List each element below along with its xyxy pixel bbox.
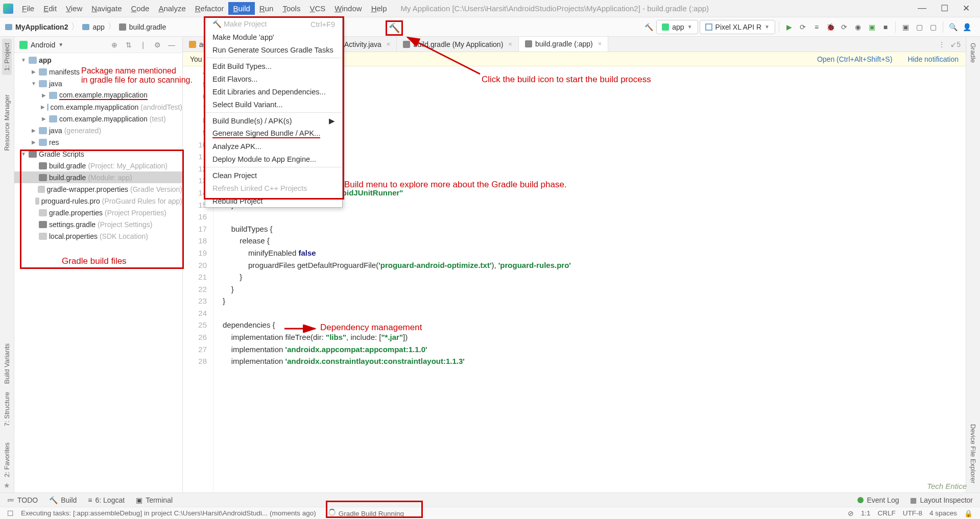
apply-changes-icon[interactable]: ⟳ <box>797 21 809 33</box>
tree-node[interactable]: ▼Gradle Scripts <box>14 148 182 160</box>
divider-icon[interactable]: | <box>137 39 149 51</box>
gear-icon[interactable]: ⚙ <box>152 39 163 51</box>
tree-node[interactable]: build.gradle (Module: app) <box>14 171 182 183</box>
tab-project[interactable]: 1: Project <box>2 39 12 75</box>
sidebar-mode[interactable]: Android <box>31 41 55 49</box>
hint-open-link[interactable]: Open (Ctrl+Alt+Shift+S) <box>817 55 892 63</box>
build-dropdown-menu[interactable]: 🔨 Make ProjectCtrl+F9Make Module 'app'Ru… <box>205 17 343 208</box>
debug-icon[interactable]: 🐞 <box>824 21 836 33</box>
user-icon[interactable]: 👤 <box>961 21 973 33</box>
status-indent[interactable]: 4 spaces <box>929 509 957 517</box>
run-config-dropdown[interactable]: app▼ <box>656 20 698 34</box>
run-icon[interactable]: ▶ <box>783 21 795 33</box>
menu-build[interactable]: Build <box>228 2 254 15</box>
menu-navigate[interactable]: Navigate <box>87 2 126 15</box>
close-icon[interactable]: ✕ <box>963 3 970 14</box>
menu-code[interactable]: Code <box>127 2 154 15</box>
stop-icon[interactable]: ■ <box>879 21 892 33</box>
tree-node[interactable]: ▶res <box>14 136 182 148</box>
target-icon[interactable]: ⊕ <box>109 39 120 51</box>
tree-node[interactable]: gradle.properties (Project Properties) <box>14 207 182 218</box>
menu-help[interactable]: Help <box>367 2 392 15</box>
tab-favorites[interactable]: 2: Favorites <box>2 438 12 481</box>
menu-item[interactable]: Edit Libraries and Dependencies... <box>205 85 342 98</box>
menu-edit[interactable]: Edit <box>39 2 61 15</box>
tab-todo[interactable]: ≔ TODO <box>7 496 38 504</box>
tree-node[interactable]: settings.gradle (Project Settings) <box>14 218 182 230</box>
menu-item[interactable]: Generate Signed Bundle / APK... <box>205 127 342 140</box>
menu-item[interactable]: Run Generate Sources Gradle Tasks <box>205 43 342 56</box>
sdk-icon[interactable]: ▢ <box>913 21 925 33</box>
search-icon[interactable]: 🔍 <box>947 21 959 33</box>
crumb-file[interactable]: build.gradle <box>129 23 166 31</box>
menu-item[interactable]: Make Module 'app' <box>205 31 342 43</box>
sort-icon[interactable]: ⇅ <box>123 39 134 51</box>
project-tree[interactable]: ▼app▶manifests▼java▶com.example.myapplic… <box>14 53 182 492</box>
menu-item[interactable]: Select Build Variant... <box>205 98 342 111</box>
collapse-icon[interactable]: — <box>166 39 177 51</box>
menu-tools[interactable]: Tools <box>278 2 305 15</box>
tab-structure[interactable]: 7: Structure <box>2 388 12 430</box>
tree-node[interactable]: ▶java (generated) <box>14 125 182 136</box>
menu-refactor[interactable]: Refactor <box>190 2 229 15</box>
editor-tab[interactable]: build.gradle (My Application)× <box>397 37 518 52</box>
tab-terminal[interactable]: ▣ Terminal <box>136 496 173 504</box>
event-dot-icon <box>857 497 864 503</box>
menu-item[interactable]: Analyze APK... <box>205 140 342 153</box>
folder-icon <box>82 24 89 30</box>
android-icon <box>19 41 28 49</box>
tab-resource-manager[interactable]: Resource Manager <box>2 90 12 155</box>
menu-item[interactable]: Edit Build Types... <box>205 60 342 72</box>
tree-node[interactable]: ▶com.example.myapplication <box>14 89 182 101</box>
coverage-icon[interactable]: ⟳ <box>838 21 850 33</box>
device-icon <box>705 23 712 31</box>
menu-item[interactable]: Clean Project <box>205 169 342 182</box>
menu-window[interactable]: Window <box>330 2 366 15</box>
hint-hide-link[interactable]: Hide notification <box>907 55 959 63</box>
tab-build-tool[interactable]: 🔨 Build <box>49 496 77 504</box>
right-tool-strip: Gradle Device File Explorer <box>966 37 980 492</box>
tree-node[interactable]: proguard-rules.pro (ProGuard Rules for a… <box>14 195 182 207</box>
hammer-build-icon[interactable]: 🔨 <box>642 21 655 33</box>
menubar: File Edit View Navigate Code Analyze Ref… <box>0 0 980 17</box>
maximize-icon[interactable]: ☐ <box>941 3 948 14</box>
tree-node[interactable]: ▶com.example.myapplication (test) <box>14 113 182 125</box>
menu-item[interactable]: Edit Flavors... <box>205 72 342 85</box>
menu-item[interactable]: Build Bundle(s) / APK(s)▶ <box>205 114 342 127</box>
menu-view[interactable]: View <box>61 2 87 15</box>
avd-icon[interactable]: ▣ <box>899 21 912 33</box>
tree-node[interactable]: ▶com.example.myapplication (androidTest) <box>14 101 182 113</box>
tab-layout-inspector[interactable]: ▦ Layout Inspector <box>910 496 973 504</box>
menu-vcs[interactable]: VCS <box>305 2 330 15</box>
profile-icon[interactable]: ◉ <box>852 21 864 33</box>
tab-logcat[interactable]: ≡ 6: Logcat <box>88 496 125 504</box>
window-title: My Application [C:\Users\Harsit\AndroidS… <box>401 4 709 13</box>
tree-node[interactable]: build.gradle (Project: My_Application) <box>14 160 182 171</box>
tree-node[interactable]: gradle-wrapper.properties (Gradle Versio… <box>14 183 182 195</box>
tab-gradle[interactable]: Gradle <box>968 39 978 67</box>
tree-node[interactable]: ▼app <box>14 54 182 66</box>
tab-build-variants[interactable]: Build Variants <box>2 339 12 388</box>
tree-node[interactable]: ▶manifests <box>14 66 182 78</box>
tab-event-log[interactable]: Event Log <box>857 496 899 504</box>
status-le[interactable]: CRLF <box>877 509 895 517</box>
menu-analyze[interactable]: Analyze <box>154 2 190 15</box>
minimize-icon[interactable]: — <box>918 3 926 14</box>
menu-item[interactable]: Rebuild Project <box>205 194 342 207</box>
watermark: Tech Entice <box>927 482 967 490</box>
editor-tab[interactable]: build.gradle (:app)× <box>519 37 608 52</box>
menu-item[interactable]: Deploy Module to App Engine... <box>205 153 342 165</box>
tab-device-explorer[interactable]: Device File Explorer <box>968 420 978 487</box>
menu-run[interactable]: Run <box>255 2 278 15</box>
tree-node[interactable]: local.properties (SDK Location) <box>14 230 182 242</box>
more-icon[interactable]: ▢ <box>927 21 939 33</box>
menu-file[interactable]: File <box>17 2 39 15</box>
crumb-root[interactable]: MyApplication2 <box>15 23 68 31</box>
apply-code-icon[interactable]: ≡ <box>810 21 823 33</box>
device-dropdown[interactable]: Pixel XL API R▼ <box>700 20 775 34</box>
tree-node[interactable]: ▼java <box>14 78 182 89</box>
status-enc[interactable]: UTF-8 <box>903 509 922 517</box>
crumb-app[interactable]: app <box>92 23 104 31</box>
attach-icon[interactable]: ▣ <box>866 21 878 33</box>
left-tool-strip: 1: Project Resource Manager Build Varian… <box>0 37 14 492</box>
